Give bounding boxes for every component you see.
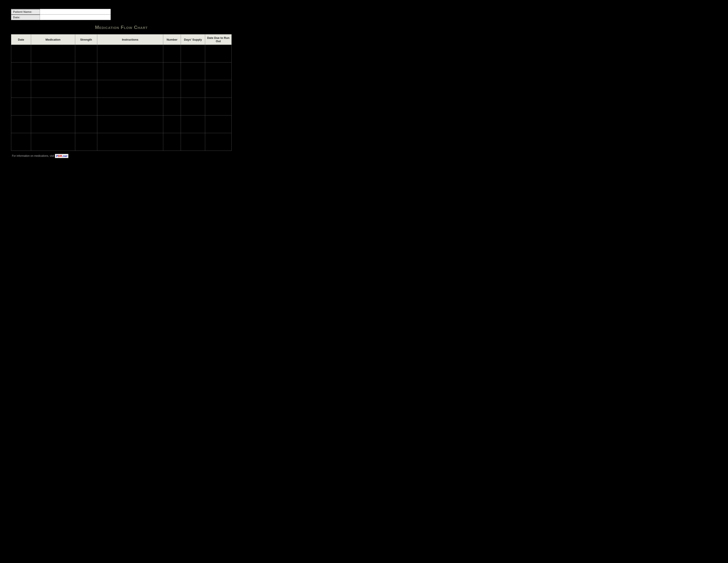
header-days-supply: Days' Supply: [181, 34, 205, 45]
cell-number[interactable]: [163, 62, 181, 80]
header-number: Number: [163, 34, 181, 45]
cell-days-supply[interactable]: [181, 133, 205, 151]
cell-days-supply[interactable]: [181, 115, 205, 133]
footer: For information on medications, visit PD…: [11, 154, 232, 158]
cell-instructions[interactable]: [97, 62, 163, 80]
table-header-row: Date Medication Strength Instructions Nu…: [11, 34, 232, 45]
cell-medication[interactable]: [31, 98, 75, 115]
header-date: Date: [11, 34, 31, 45]
cell-days-supply[interactable]: [181, 98, 205, 115]
cell-date-due-to-run-out[interactable]: [205, 45, 232, 62]
header-instructions: Instructions: [97, 34, 163, 45]
table-row: [11, 98, 232, 115]
cell-instructions[interactable]: [97, 45, 163, 62]
table-row: [11, 62, 232, 80]
cell-medication[interactable]: [31, 45, 75, 62]
cell-instructions[interactable]: [97, 98, 163, 115]
cell-date[interactable]: [11, 98, 31, 115]
cell-number[interactable]: [163, 98, 181, 115]
patient-date-label: Date:: [11, 15, 40, 20]
patient-name-row: Patient Name:: [11, 9, 111, 15]
cell-number[interactable]: [163, 80, 181, 98]
cell-date-due-to-run-out[interactable]: [205, 133, 232, 151]
medication-table: Date Medication Strength Instructions Nu…: [11, 34, 232, 151]
table-row: [11, 80, 232, 98]
cell-date[interactable]: [11, 80, 31, 98]
cell-date-due-to-run-out[interactable]: [205, 62, 232, 80]
cell-instructions[interactable]: [97, 80, 163, 98]
cell-strength[interactable]: [75, 115, 97, 133]
cell-instructions[interactable]: [97, 115, 163, 133]
cell-number[interactable]: [163, 133, 181, 151]
cell-number[interactable]: [163, 45, 181, 62]
cell-strength[interactable]: [75, 80, 97, 98]
cell-date-due-to-run-out[interactable]: [205, 115, 232, 133]
header-date-due-to-run-out: Date Due to Run Out: [205, 34, 232, 45]
cell-strength[interactable]: [75, 62, 97, 80]
cell-strength[interactable]: [75, 133, 97, 151]
cell-medication[interactable]: [31, 133, 75, 151]
cell-number[interactable]: [163, 115, 181, 133]
cell-days-supply[interactable]: [181, 62, 205, 80]
table-row: [11, 115, 232, 133]
header-strength: Strength: [75, 34, 97, 45]
header-medication: Medication: [31, 34, 75, 45]
cell-medication[interactable]: [31, 62, 75, 80]
cell-strength[interactable]: [75, 98, 97, 115]
cell-days-supply[interactable]: [181, 80, 205, 98]
patient-name-value[interactable]: [40, 9, 111, 14]
footer-text: For information on medications, visit: [12, 154, 55, 157]
cell-date[interactable]: [11, 133, 31, 151]
page: Patient Name: Date: Medication Flow Char…: [4, 4, 238, 165]
patient-date-row: Date:: [11, 15, 111, 20]
cell-date-due-to-run-out[interactable]: [205, 98, 232, 115]
table-row: [11, 45, 232, 62]
table-row: [11, 133, 232, 151]
patient-date-value[interactable]: [40, 15, 111, 20]
chart-title: Medication Flow Chart: [11, 24, 232, 30]
cell-date[interactable]: [11, 62, 31, 80]
patient-name-label: Patient Name:: [11, 9, 40, 14]
patient-info-box: Patient Name: Date:: [11, 9, 111, 20]
cell-date-due-to-run-out[interactable]: [205, 80, 232, 98]
cell-date[interactable]: [11, 115, 31, 133]
cell-days-supply[interactable]: [181, 45, 205, 62]
pdr-logo: PDR.net: [55, 154, 68, 158]
cell-instructions[interactable]: [97, 133, 163, 151]
cell-medication[interactable]: [31, 80, 75, 98]
cell-medication[interactable]: [31, 115, 75, 133]
cell-date[interactable]: [11, 45, 31, 62]
cell-strength[interactable]: [75, 45, 97, 62]
